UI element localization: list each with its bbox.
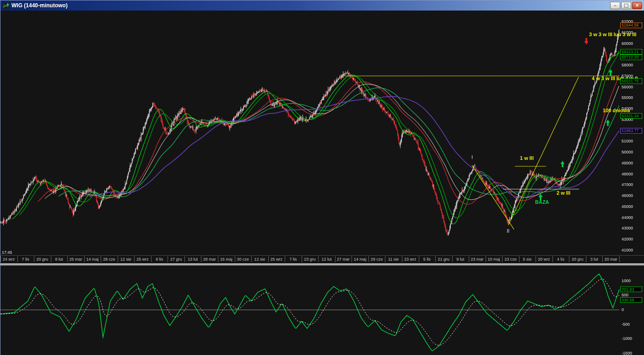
window-title: WIG (1440-minutowo) [11,2,610,9]
price-chart-canvas[interactable] [0,11,644,355]
app-icon [3,2,10,9]
close-button[interactable]: × [632,2,642,9]
app-window: WIG (1440-minutowo) – □ × [0,0,644,355]
minimize-button[interactable]: – [610,2,620,9]
window-controls: – □ × [610,2,642,9]
restore-button[interactable]: □ [621,2,631,9]
title-bar[interactable]: WIG (1440-minutowo) – □ × [0,0,644,11]
